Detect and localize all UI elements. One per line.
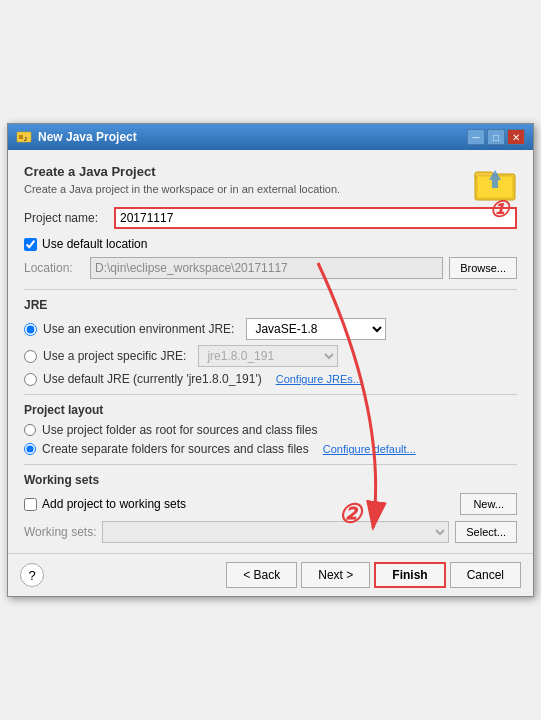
layout-option2-label: Create separate folders for sources and … (42, 442, 309, 456)
jre-option3-label: Use default JRE (currently 'jre1.8.0_191… (43, 372, 262, 386)
browse-button[interactable]: Browse... (449, 257, 517, 279)
layout-option1-label: Use project folder as root for sources a… (42, 423, 317, 437)
jre-option1-row: Use an execution environment JRE: JavaSE… (24, 318, 517, 340)
project-name-section: Project name: ① (24, 207, 517, 229)
divider-3 (24, 464, 517, 465)
select-working-set-button[interactable]: Select... (455, 521, 517, 543)
minimize-button[interactable]: ─ (467, 129, 485, 145)
working-sets-row1: Add project to working sets New... (24, 493, 517, 515)
header-section: Create a Java Project Create a Java proj… (24, 164, 517, 195)
maximize-button[interactable]: □ (487, 129, 505, 145)
jre-specific-select: jre1.8.0_191 (198, 345, 338, 367)
add-working-sets-checkbox[interactable] (24, 498, 37, 511)
add-working-sets-label: Add project to working sets (42, 497, 186, 511)
working-sets-select (102, 521, 449, 543)
layout-option1-radio[interactable] (24, 424, 36, 436)
close-button[interactable]: ✕ (507, 129, 525, 145)
jre-option1-label: Use an execution environment JRE: (43, 322, 234, 336)
new-working-set-button[interactable]: New... (460, 493, 517, 515)
title-bar-left: J New Java Project (16, 130, 137, 144)
divider-1 (24, 289, 517, 290)
java-project-icon: J (16, 130, 32, 144)
button-bar: ? < Back Next > Finish Cancel (8, 553, 533, 596)
project-name-input[interactable] (114, 207, 517, 229)
dialog-description: Create a Java project in the workspace o… (24, 183, 517, 195)
jre-option3-row: Use default JRE (currently 'jre1.8.0_191… (24, 372, 517, 386)
dialog-title: Create a Java Project (24, 164, 517, 179)
svg-rect-1 (19, 135, 23, 139)
project-layout-label: Project layout (24, 403, 517, 417)
default-location-row: Use default location (24, 237, 517, 251)
jre-option2-row: Use a project specific JRE: jre1.8.0_191 (24, 345, 517, 367)
add-working-sets-row: Add project to working sets (24, 497, 186, 511)
window-title: New Java Project (38, 130, 137, 144)
location-input (90, 257, 443, 279)
navigation-buttons: < Back Next > Finish Cancel (226, 562, 521, 588)
working-sets-row2: Working sets: Select... (24, 521, 517, 543)
dialog-content: Create a Java Project Create a Java proj… (8, 150, 533, 553)
finish-button[interactable]: Finish (374, 562, 445, 588)
main-window: J New Java Project ─ □ ✕ Create a Java P… (7, 123, 534, 597)
jre-environment-select[interactable]: JavaSE-1.8 JavaSE-11 JavaSE-17 (246, 318, 386, 340)
title-bar: J New Java Project ─ □ ✕ (8, 124, 533, 150)
divider-2 (24, 394, 517, 395)
layout-option2-row: Create separate folders for sources and … (24, 442, 517, 456)
project-name-row: Project name: (24, 207, 517, 229)
annotation-circle-1: ① (489, 197, 509, 223)
next-button[interactable]: Next > (301, 562, 370, 588)
back-button[interactable]: < Back (226, 562, 297, 588)
default-location-checkbox[interactable] (24, 238, 37, 251)
svg-text:J: J (24, 136, 27, 142)
location-row: Location: Browse... (24, 257, 517, 279)
cancel-button[interactable]: Cancel (450, 562, 521, 588)
jre-option1-radio[interactable] (24, 323, 37, 336)
project-name-label: Project name: (24, 211, 114, 225)
jre-option2-radio[interactable] (24, 350, 37, 363)
jre-group-label: JRE (24, 298, 517, 312)
title-buttons: ─ □ ✕ (467, 129, 525, 145)
jre-option2-label: Use a project specific JRE: (43, 349, 186, 363)
default-location-label: Use default location (42, 237, 147, 251)
location-label: Location: (24, 261, 84, 275)
help-button[interactable]: ? (20, 563, 44, 587)
configure-jres-link[interactable]: Configure JREs... (276, 373, 362, 385)
working-sets-field-label: Working sets: (24, 525, 96, 539)
working-sets-label: Working sets (24, 473, 517, 487)
configure-default-link[interactable]: Configure default... (323, 443, 416, 455)
layout-option1-row: Use project folder as root for sources a… (24, 423, 517, 437)
layout-option2-radio[interactable] (24, 443, 36, 455)
svg-rect-7 (492, 180, 498, 188)
jre-option3-radio[interactable] (24, 373, 37, 386)
